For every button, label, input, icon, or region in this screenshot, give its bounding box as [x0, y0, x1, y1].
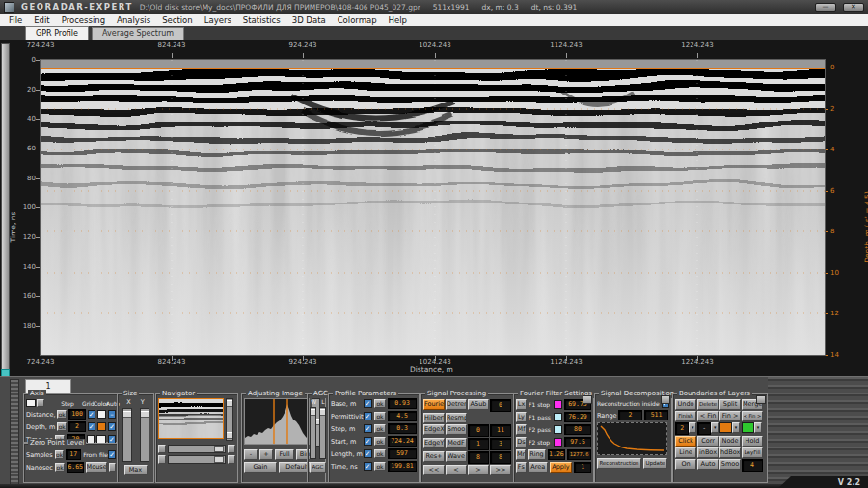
medf-value1-field[interactable]: 1: [468, 438, 489, 450]
click-button[interactable]: Click: [675, 436, 696, 447]
apply-value-field[interactable]: 1: [574, 462, 591, 473]
navigator-hscroll-1[interactable]: [168, 445, 226, 453]
fs-button[interactable]: Fs: [516, 462, 527, 473]
asub-value-field[interactable]: 0: [490, 399, 511, 412]
navigator-preview[interactable]: [158, 398, 224, 439]
f2pass-color-swatch[interactable]: [554, 425, 562, 434]
size-max-button[interactable]: Max: [124, 465, 148, 475]
contrast-plus-button[interactable]: +: [259, 449, 273, 460]
layer-number-dropdown-button[interactable]: [689, 422, 696, 433]
layer-color-dropdown-button[interactable]: [732, 422, 740, 433]
hdbox-button[interactable]: hdBox: [719, 447, 741, 458]
auto-button[interactable]: Auto: [697, 459, 719, 470]
time-field[interactable]: 199.81: [388, 461, 417, 472]
permittivity-field[interactable]: 4.5: [388, 411, 417, 421]
asub-button[interactable]: ASub: [468, 399, 489, 410]
navigator-vscroll[interactable]: [226, 398, 233, 441]
menu-help[interactable]: Help: [383, 15, 413, 25]
node-color-dropdown[interactable]: [742, 422, 754, 433]
axis-color-swatch[interactable]: [26, 399, 36, 407]
layer-number-dropdown[interactable]: 2: [675, 422, 689, 435]
hilbert-button[interactable]: Hilbert: [423, 413, 445, 423]
smoo-boundary-button[interactable]: Smoo: [719, 459, 741, 470]
range-from-field[interactable]: 2: [618, 410, 642, 420]
mr-button[interactable]: Mr: [516, 449, 526, 460]
prev-trace-button[interactable]: <: [446, 465, 467, 475]
last-trace-button[interactable]: >>: [490, 465, 511, 475]
agc-w-slider[interactable]: [310, 407, 316, 459]
finish-button[interactable]: Finish: [675, 411, 696, 421]
depth-grid-checkbox[interactable]: [88, 422, 95, 431]
step-field[interactable]: 0.3: [388, 423, 417, 434]
distance-grid-checkbox[interactable]: [88, 410, 95, 419]
distance-ok-button[interactable]: ok: [57, 410, 67, 419]
medf-value2-field[interactable]: 3: [490, 438, 511, 450]
corr-button[interactable]: Corr: [697, 436, 719, 447]
resmpl-button[interactable]: Resmpl: [446, 413, 467, 423]
f1stop-color-swatch[interactable]: [554, 400, 562, 409]
length-checkbox[interactable]: [364, 449, 372, 458]
f1pass-field[interactable]: 76.29: [564, 412, 591, 422]
decomposition-spectrum[interactable]: [597, 422, 667, 455]
menu-analysis[interactable]: Analysis: [111, 15, 156, 25]
undo-button[interactable]: Undo: [675, 399, 696, 410]
permittivity-ok-button[interactable]: ok: [374, 412, 386, 420]
samples-ok-button[interactable]: ok: [55, 450, 65, 459]
ring-value2-field[interactable]: 1277.6: [567, 449, 591, 460]
mouse-button[interactable]: Mouse: [86, 462, 107, 473]
detrend-button[interactable]: Detrend: [446, 399, 467, 410]
step-checkbox[interactable]: [364, 424, 372, 433]
from-file-checkbox[interactable]: [108, 450, 116, 459]
ring-value1-field[interactable]: 1.26: [548, 449, 565, 460]
distance-color-swatch[interactable]: [97, 410, 107, 419]
time-ok-button[interactable]: ok: [374, 462, 386, 471]
samples-field[interactable]: 17: [66, 449, 81, 460]
gain-button[interactable]: Gain: [244, 462, 277, 473]
nav-hscroll2-right-button[interactable]: [228, 455, 235, 464]
first-trace-button[interactable]: <<: [423, 465, 445, 475]
depth-step-field[interactable]: 2: [68, 421, 85, 432]
start-field[interactable]: 724.24: [388, 436, 417, 447]
base-field[interactable]: 0.93: [388, 398, 417, 409]
layer-color-dropdown[interactable]: [719, 422, 732, 433]
smoo-value2-field[interactable]: 11: [490, 424, 511, 437]
apply-button[interactable]: Apply: [550, 462, 573, 473]
line-button[interactable]: Line: [675, 447, 696, 458]
inbox-button[interactable]: inBox: [697, 447, 719, 458]
ds-button[interactable]: Ds: [516, 437, 527, 447]
distance-step-field[interactable]: 100: [68, 409, 85, 420]
f1pass-color-swatch[interactable]: [554, 413, 562, 421]
fourier-button[interactable]: Fourier: [423, 399, 445, 410]
distance-auto-checkbox[interactable]: [108, 410, 116, 419]
wave-value2-field[interactable]: 8: [490, 451, 511, 464]
f2stop-color-swatch[interactable]: [554, 438, 562, 447]
minimize-button[interactable]: —: [815, 3, 836, 12]
f2pass-field[interactable]: 80: [564, 424, 591, 435]
reconstruction-button[interactable]: Reconstruction: [597, 458, 641, 469]
smoo-boundary-field[interactable]: 4: [742, 459, 763, 472]
base-ok-button[interactable]: ok: [374, 399, 386, 408]
size-x-slider[interactable]: [122, 408, 132, 462]
next-trace-button[interactable]: >: [468, 465, 489, 475]
lx-button[interactable]: Lx: [516, 399, 527, 410]
menu-section[interactable]: Section: [156, 15, 199, 25]
radargram-image[interactable]: [40, 59, 826, 356]
axis-extra-button[interactable]: [37, 399, 44, 407]
detach-icon[interactable]: [661, 395, 670, 404]
range-to-field[interactable]: 511: [644, 410, 668, 420]
base-checkbox[interactable]: [364, 399, 372, 408]
on-button[interactable]: On: [675, 459, 696, 470]
area-button[interactable]: Area: [529, 462, 548, 473]
time-checkbox[interactable]: [364, 462, 372, 471]
f2stop-field[interactable]: 97.5: [564, 437, 591, 447]
line-style-dropdown-button[interactable]: [711, 422, 719, 433]
both-fin-button[interactable]: < Fin >: [742, 411, 763, 421]
nav-hscroll2-left-button[interactable]: [158, 455, 166, 464]
menu-colormap[interactable]: Colormap: [332, 15, 383, 25]
smoo-value1-field[interactable]: 0: [468, 424, 489, 437]
nanosec-field[interactable]: 6.65: [67, 462, 83, 473]
permittivity-checkbox[interactable]: [364, 412, 372, 420]
left-vertical-toolbar[interactable]: [1, 43, 10, 372]
prev-fin-button[interactable]: < Fin: [697, 411, 719, 421]
line-style-dropdown[interactable]: -: [697, 422, 711, 435]
